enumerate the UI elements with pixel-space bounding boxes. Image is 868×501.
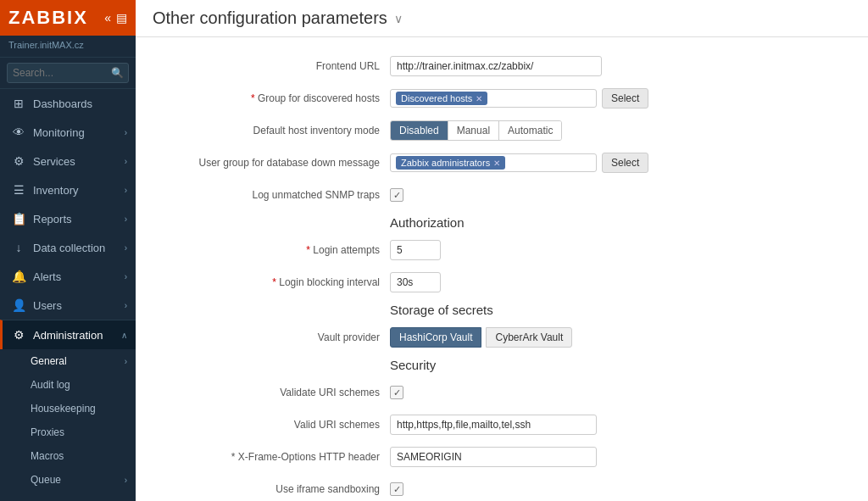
sidebar-item-inventory[interactable]: ☰ Inventory › bbox=[0, 175, 136, 204]
chevron-right-icon: › bbox=[125, 186, 127, 195]
sidebar-header-icons: « ▤ bbox=[104, 11, 127, 25]
sidebar-item-proxies[interactable]: Proxies bbox=[0, 420, 136, 444]
login-blocking-row: * Login blocking interval bbox=[153, 270, 851, 294]
sidebar-item-dashboards[interactable]: ⊞ Dashboards bbox=[0, 89, 136, 118]
frontend-url-label: Frontend URL bbox=[153, 60, 390, 72]
monitoring-icon: 👁 bbox=[11, 125, 26, 139]
inventory-automatic-btn[interactable]: Automatic bbox=[499, 121, 561, 140]
validate-uri-label: Validate URI schemes bbox=[153, 387, 390, 398]
cyberark-vault-btn[interactable]: CyberArk Vault bbox=[486, 327, 572, 348]
collapse-icon[interactable]: « bbox=[104, 11, 111, 25]
vault-label: Vault provider bbox=[153, 331, 390, 343]
inventory-manual-btn[interactable]: Manual bbox=[448, 121, 499, 140]
authorization-title: Authorization bbox=[390, 215, 465, 230]
vault-row: Vault provider HashiCorp Vault CyberArk … bbox=[153, 326, 851, 349]
dashboards-icon: ⊞ bbox=[11, 97, 26, 110]
security-section-header: Security bbox=[153, 358, 851, 372]
validate-uri-control: ✓ bbox=[390, 386, 814, 399]
usergroup-select-button[interactable]: Select bbox=[602, 153, 648, 173]
secrets-section-header: Storage of secrets bbox=[153, 303, 851, 317]
main-content: Other configuration parameters ∨ Fronten… bbox=[136, 0, 868, 501]
sidebar-item-audit-log[interactable]: Audit log bbox=[0, 373, 136, 397]
iframe-sandbox-control: ✓ bbox=[390, 482, 814, 496]
sidebar-item-monitoring[interactable]: 👁 Monitoring › bbox=[0, 118, 136, 147]
sidebar-item-reports[interactable]: 📋 Reports › bbox=[0, 204, 136, 233]
page-header: Other configuration parameters ∨ bbox=[136, 0, 868, 37]
inventory-mode-control: Disabled Manual Automatic bbox=[390, 120, 814, 141]
sidebar-item-label: Monitoring bbox=[33, 126, 118, 139]
sidebar-item-queue[interactable]: Queue › bbox=[0, 468, 136, 492]
section-spacer bbox=[153, 303, 390, 317]
sidebar-item-housekeeping[interactable]: Housekeeping bbox=[0, 397, 136, 420]
usergroup-label: User group for database down message bbox=[153, 157, 390, 169]
snmp-checkbox[interactable]: ✓ bbox=[390, 188, 403, 202]
snmp-label: Log unmatched SNMP traps bbox=[153, 189, 390, 201]
validate-uri-checkbox[interactable]: ✓ bbox=[390, 386, 403, 399]
group-select-button[interactable]: Select bbox=[602, 88, 648, 109]
xframe-label: * X-Frame-Options HTTP header bbox=[153, 451, 390, 463]
sidebar-item-users[interactable]: 👤 Users › bbox=[0, 291, 136, 320]
usergroup-control: Zabbix administrators ✕ Select bbox=[390, 153, 814, 173]
iframe-sandbox-checkbox[interactable]: ✓ bbox=[390, 482, 403, 496]
chevron-down-icon: ∧ bbox=[121, 331, 127, 340]
sidebar-item-general[interactable]: General › bbox=[0, 349, 136, 373]
data-collection-icon: ↓ bbox=[11, 241, 26, 254]
snmp-traps-row: Log unmatched SNMP traps ✓ bbox=[153, 183, 851, 207]
sidebar-header: ZABBIX « ▤ bbox=[0, 0, 136, 36]
username: Trainer.initMAX.cz bbox=[8, 40, 84, 50]
chevron-right-icon: › bbox=[125, 357, 127, 366]
login-attempts-control bbox=[390, 240, 814, 260]
frontend-url-input[interactable] bbox=[390, 56, 602, 76]
section-spacer bbox=[153, 215, 390, 230]
menu-icon[interactable]: ▤ bbox=[116, 11, 127, 25]
content-area: Frontend URL * Group for discovered host… bbox=[136, 37, 868, 501]
vault-control: HashiCorp Vault CyberArk Vault bbox=[390, 327, 814, 348]
xframe-row: * X-Frame-Options HTTP header bbox=[153, 445, 851, 469]
user-info: Trainer.initMAX.cz bbox=[0, 36, 136, 58]
hashicorp-vault-btn[interactable]: HashiCorp Vault bbox=[390, 327, 481, 348]
group-label: * Group for discovered hosts bbox=[153, 92, 390, 104]
page-title: Other configuration parameters bbox=[153, 8, 387, 28]
sidebar-item-services[interactable]: ⚙ Services › bbox=[0, 147, 136, 175]
login-attempts-label: * Login attempts bbox=[153, 244, 390, 256]
sidebar-item-label: Users bbox=[33, 299, 118, 312]
sidebar-item-alerts[interactable]: 🔔 Alerts › bbox=[0, 262, 136, 291]
administration-icon: ⚙ bbox=[11, 328, 26, 342]
inventory-mode-label: Default host inventory mode bbox=[153, 125, 390, 136]
sidebar-item-data-collection[interactable]: ↓ Data collection › bbox=[0, 233, 136, 262]
secrets-title: Storage of secrets bbox=[390, 303, 493, 317]
sidebar-item-label: Reports bbox=[33, 213, 118, 225]
tag-close-icon[interactable]: ✕ bbox=[476, 94, 482, 103]
valid-uri-row: Valid URI schemes bbox=[153, 413, 851, 437]
required-star: * bbox=[251, 92, 258, 104]
chevron-right-icon: › bbox=[125, 214, 127, 224]
sidebar-item-label: Data collection bbox=[33, 242, 118, 254]
sidebar-nav: ⊞ Dashboards 👁 Monitoring › ⚙ Services ›… bbox=[0, 89, 136, 501]
sidebar-item-macros[interactable]: Macros bbox=[0, 444, 136, 468]
group-tag-input[interactable]: Discovered hosts ✕ bbox=[390, 89, 597, 108]
login-attempts-row: * Login attempts bbox=[153, 238, 851, 262]
sidebar-item-label: Administration bbox=[33, 329, 114, 342]
alerts-icon: 🔔 bbox=[11, 270, 26, 283]
chevron-right-icon: › bbox=[125, 128, 127, 137]
login-attempts-input[interactable] bbox=[390, 240, 441, 260]
usergroup-tag: Zabbix administrators ✕ bbox=[396, 156, 505, 170]
login-blocking-label: * Login blocking interval bbox=[153, 276, 390, 288]
inventory-icon: ☰ bbox=[11, 183, 26, 197]
tag-close-icon[interactable]: ✕ bbox=[493, 159, 500, 168]
chevron-right-icon: › bbox=[125, 301, 127, 310]
valid-uri-input[interactable] bbox=[390, 415, 597, 435]
group-control: Discovered hosts ✕ Select bbox=[390, 88, 814, 109]
page-title-dropdown-icon[interactable]: ∨ bbox=[394, 12, 403, 25]
frontend-url-control bbox=[390, 56, 814, 76]
frontend-url-row: Frontend URL bbox=[153, 54, 851, 78]
inventory-disabled-btn[interactable]: Disabled bbox=[391, 121, 448, 140]
authorization-section-header: Authorization bbox=[153, 215, 851, 230]
usergroup-tag-input[interactable]: Zabbix administrators ✕ bbox=[390, 153, 597, 172]
iframe-sandbox-row: Use iframe sandboxing ✓ bbox=[153, 477, 851, 501]
xframe-input[interactable] bbox=[390, 447, 597, 467]
login-blocking-input[interactable] bbox=[390, 272, 441, 292]
login-blocking-control bbox=[390, 272, 814, 292]
inventory-mode-row: Default host inventory mode Disabled Man… bbox=[153, 119, 851, 142]
sidebar-item-administration[interactable]: ⚙ Administration ∧ bbox=[0, 320, 136, 349]
